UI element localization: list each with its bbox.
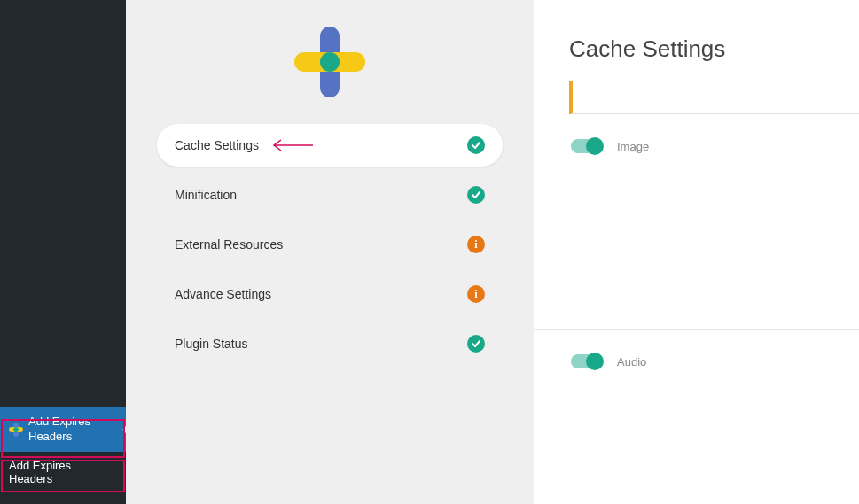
nav-label: External Resources [175, 237, 283, 252]
wp-submenu-label: Add Expires Headers [9, 459, 71, 485]
page-title: Cache Settings [569, 35, 859, 63]
toggle-image[interactable] [571, 139, 601, 153]
nav-label: Minification [175, 188, 237, 202]
nav-plugin-status[interactable]: Plugin Status [157, 322, 503, 365]
wp-menu-label: Add Expires Headers [28, 415, 117, 445]
nav-label: Cache Settings [175, 138, 259, 152]
content-panel: Cache Settings Image Audio [534, 0, 859, 504]
checkmark-icon [467, 335, 485, 353]
toggle-label: Image [617, 140, 649, 153]
nav-external-resources[interactable]: External Resources [157, 223, 503, 266]
nav-advance-settings[interactable]: Advance Settings [157, 273, 503, 315]
checkmark-icon [467, 136, 485, 154]
nav-label: Advance Settings [175, 287, 271, 301]
toggle-row-audio: Audio [569, 347, 859, 376]
nav-minification[interactable]: Minification [157, 174, 503, 216]
info-icon [467, 285, 485, 303]
wp-submenu-add-expires-headers[interactable]: Add Expires Headers [0, 452, 126, 492]
plugin-nav-panel: Cache Settings Minification External Res… [126, 0, 534, 504]
plugin-nav-list: Cache Settings Minification External Res… [157, 124, 503, 365]
plugin-logo-icon [9, 423, 23, 437]
info-icon [467, 236, 485, 253]
wp-admin-sidebar: Add Expires Headers Add Expires Headers [0, 0, 126, 504]
annotation-arrow-icon [269, 138, 313, 152]
toggle-audio[interactable] [571, 354, 601, 368]
wp-menu-add-expires-headers[interactable]: Add Expires Headers [0, 407, 126, 452]
toggle-label: Audio [617, 355, 646, 368]
nav-cache-settings[interactable]: Cache Settings [157, 124, 503, 167]
checkmark-icon [467, 186, 485, 204]
plugin-logo [294, 27, 365, 97]
toggle-row-image: Image [569, 132, 859, 160]
notice-bar [569, 81, 859, 114]
section-divider [534, 329, 859, 330]
nav-label: Plugin Status [175, 337, 248, 351]
